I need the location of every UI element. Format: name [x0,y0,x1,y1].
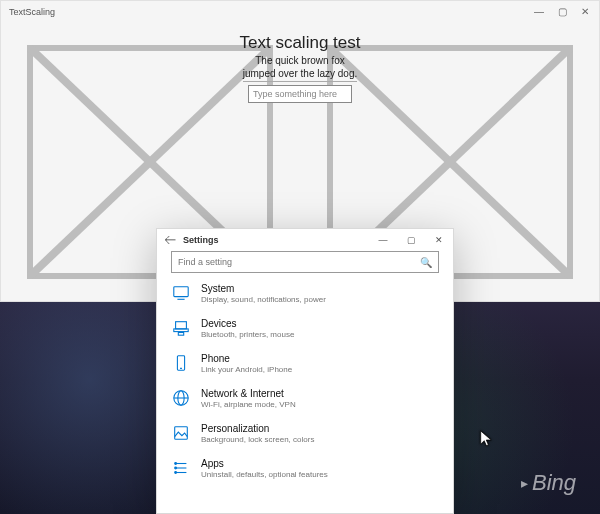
close-button[interactable]: ✕ [581,7,589,17]
settings-item-phone[interactable]: PhoneLink your Android, iPhone [171,353,439,374]
settings-item-system[interactable]: SystemDisplay, sound, notifications, pow… [171,283,439,304]
settings-close-button[interactable]: ✕ [425,229,453,251]
maximize-button[interactable]: ▢ [558,7,567,17]
settings-maximize-button[interactable]: ▢ [397,229,425,251]
desktop: Bing TextScaling — ▢ ✕ Text scaling test… [0,0,600,514]
mouse-cursor [480,430,494,450]
personalization-icon [171,423,191,443]
settings-body: Find a setting 🔍 SystemDisplay, sound, n… [157,251,453,513]
phone-icon [171,353,191,373]
settings-titlebar[interactable]: 🡠 Settings — ▢ ✕ [157,229,453,251]
settings-minimize-button[interactable]: — [369,229,397,251]
system-icon [171,283,191,303]
back-button[interactable]: 🡠 [157,233,183,247]
settings-list: SystemDisplay, sound, notifications, pow… [171,283,439,479]
test-subtext: The quick brown fox jumped over the lazy… [243,55,358,82]
settings-item-personalization[interactable]: PersonalizationBackground, lock screen, … [171,423,439,444]
app-titlebar[interactable]: TextScaling — ▢ ✕ [1,1,599,23]
settings-item-network[interactable]: Network & InternetWi-Fi, airplane mode, … [171,388,439,409]
search-placeholder: Find a setting [178,257,420,267]
bing-watermark: Bing [521,470,576,496]
textbox-placeholder: Type something here [253,89,337,99]
svg-rect-8 [176,322,187,329]
settings-item-apps[interactable]: AppsUninstall, defaults, optional featur… [171,458,439,479]
search-icon: 🔍 [420,257,432,268]
apps-icon [171,458,191,478]
svg-point-22 [175,472,177,474]
svg-rect-10 [178,333,183,336]
network-icon [171,388,191,408]
svg-rect-9 [174,329,188,332]
svg-point-21 [175,467,177,469]
settings-search-input[interactable]: Find a setting 🔍 [171,251,439,273]
devices-icon [171,318,191,338]
svg-rect-6 [174,287,188,297]
app-title: TextScaling [7,7,534,17]
sample-textbox[interactable]: Type something here [248,85,352,103]
test-heading: Text scaling test [17,33,583,53]
svg-rect-16 [175,427,188,440]
app-content: Text scaling test The quick brown fox ju… [1,23,599,103]
svg-point-20 [175,463,177,465]
settings-title: Settings [183,235,369,245]
settings-window: 🡠 Settings — ▢ ✕ Find a setting 🔍 System… [156,228,454,514]
settings-item-devices[interactable]: DevicesBluetooth, printers, mouse [171,318,439,339]
minimize-button[interactable]: — [534,7,544,17]
